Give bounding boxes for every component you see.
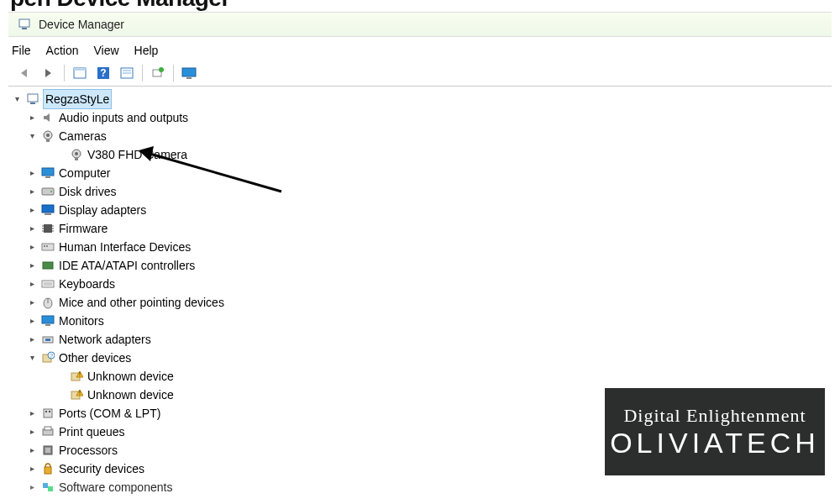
tree-node-label: IDE ATA/ATAPI controllers (59, 256, 195, 275)
chevron-right-icon[interactable]: ▸ (27, 459, 37, 478)
tree-node-label: Computer (59, 164, 110, 182)
tree-root[interactable]: ▾ RegzaStyLe (12, 90, 840, 108)
tree-node-label: Processors (59, 441, 118, 459)
svg-rect-36 (46, 245, 48, 247)
tree-node-computer[interactable]: ▸ Computer (12, 164, 840, 182)
tree-node-label: Monitors (59, 312, 104, 330)
tree-node-other[interactable]: ▾ ? Other devices (12, 349, 840, 367)
menu-file[interactable]: File (12, 44, 31, 57)
svg-text:?: ? (50, 353, 53, 359)
tree-root-label: RegzaStyLe (44, 90, 111, 108)
watermark-line2: OLIVIATECH (610, 427, 820, 459)
chevron-down-icon[interactable]: ▾ (27, 127, 37, 145)
svg-rect-11 (182, 68, 196, 76)
menu-view[interactable]: View (93, 44, 118, 57)
tree-node-monitors[interactable]: ▸ Monitors (12, 312, 840, 330)
tree-node-label: Mice and other pointing devices (59, 293, 224, 312)
tree-node-label: Ports (COM & LPT) (59, 404, 160, 423)
svg-text:?: ? (100, 67, 106, 79)
software-icon (40, 481, 55, 493)
chevron-right-icon[interactable]: ▸ (27, 219, 37, 238)
tree-node-hid[interactable]: ▸ Human Interface Devices (12, 238, 840, 256)
chevron-right-icon[interactable]: ▸ (27, 478, 37, 496)
chevron-right-icon[interactable]: ▸ (27, 164, 37, 182)
menu-action[interactable]: Action (46, 44, 79, 57)
chevron-right-icon[interactable]: ▸ (27, 108, 37, 127)
tree-node-label: Audio inputs and outputs (59, 108, 188, 127)
tree-node-ide[interactable]: ▸ IDE ATA/ATAPI controllers (12, 256, 840, 275)
svg-rect-27 (44, 224, 52, 233)
chevron-right-icon[interactable]: ▸ (27, 275, 37, 293)
tree-node-network[interactable]: ▸ Network adapters (12, 330, 840, 349)
window-title-bar: Device Manager (8, 12, 832, 37)
show-hide-console-button[interactable] (70, 64, 90, 82)
chevron-right-icon[interactable]: ▸ (27, 441, 37, 459)
camera-icon (40, 129, 55, 143)
monitor-button[interactable] (179, 64, 199, 82)
monitor-icon (40, 315, 55, 327)
tree-node-display[interactable]: ▸ Display adapters (12, 201, 840, 219)
svg-rect-1 (22, 28, 27, 29)
printer-icon (40, 426, 55, 438)
tree-node-firmware[interactable]: ▸ Firmware (12, 219, 840, 238)
computer-icon (40, 167, 55, 179)
disk-icon (40, 186, 55, 197)
unknown-device-icon: ! (69, 388, 84, 402)
svg-point-19 (75, 152, 78, 155)
back-button[interactable] (15, 64, 35, 82)
svg-point-10 (159, 67, 164, 72)
chevron-right-icon[interactable]: ▸ (27, 423, 37, 441)
tree-node-audio[interactable]: ▸ Audio inputs and outputs (12, 108, 840, 127)
properties-button[interactable] (117, 64, 137, 82)
mouse-icon (40, 296, 55, 309)
tree-leaf-unknown[interactable]: ▸ ! Unknown device (12, 367, 840, 386)
speaker-icon (40, 111, 55, 124)
chevron-right-icon[interactable]: ▸ (27, 293, 37, 312)
tree-node-disk[interactable]: ▸ Disk drives (12, 182, 840, 201)
svg-text:!: ! (79, 390, 81, 396)
chevron-right-icon[interactable]: ▸ (27, 238, 37, 256)
svg-rect-62 (45, 448, 50, 453)
window-title: Device Manager (39, 18, 124, 31)
keyboard-icon (40, 279, 55, 289)
svg-rect-38 (42, 281, 54, 287)
forward-button[interactable] (39, 64, 59, 82)
svg-rect-64 (43, 483, 48, 488)
tree-node-label: Software components (59, 478, 172, 496)
help-button[interactable]: ? (93, 64, 113, 82)
other-devices-icon: ? (40, 351, 55, 365)
chevron-right-icon[interactable]: ▸ (27, 404, 37, 423)
svg-rect-65 (48, 486, 53, 491)
tree-node-cameras[interactable]: ▾ Cameras (12, 127, 840, 145)
svg-rect-35 (44, 245, 45, 247)
toolbar-separator (142, 65, 143, 81)
watermark-badge: Digital Enlightenment OLIVIATECH (605, 388, 825, 475)
device-manager-icon (17, 18, 32, 31)
chevron-right-icon[interactable]: ▸ (27, 256, 37, 275)
svg-rect-26 (45, 213, 51, 215)
svg-rect-21 (42, 168, 54, 176)
chevron-down-icon[interactable]: ▾ (27, 349, 37, 367)
chevron-right-icon[interactable]: ▸ (27, 312, 37, 330)
svg-point-16 (46, 134, 50, 137)
chevron-right-icon[interactable]: ▸ (27, 201, 37, 219)
chevron-right-icon[interactable]: ▸ (27, 182, 37, 201)
tree-node-mice[interactable]: ▸ Mice and other pointing devices (12, 293, 840, 312)
tree-node-label: Firmware (59, 219, 108, 238)
chevron-down-icon[interactable]: ▾ (12, 90, 22, 108)
computer-root-icon (25, 92, 40, 106)
svg-rect-17 (46, 139, 50, 142)
svg-rect-25 (42, 205, 54, 213)
tree-node-label: Keyboards (59, 275, 115, 293)
svg-rect-0 (19, 19, 29, 27)
svg-rect-37 (43, 262, 53, 269)
scan-hardware-button[interactable] (148, 64, 168, 82)
network-icon (40, 333, 55, 345)
svg-rect-3 (74, 68, 86, 71)
menu-bar: File Action View Help (0, 37, 840, 62)
chevron-right-icon[interactable]: ▸ (27, 330, 37, 349)
tree-node-keyboards[interactable]: ▸ Keyboards (12, 275, 840, 293)
tree-leaf-camera[interactable]: ▸ V380 FHD Camera (12, 145, 840, 164)
tree-node-software[interactable]: ▸ Software components (12, 478, 840, 496)
menu-help[interactable]: Help (134, 44, 159, 57)
